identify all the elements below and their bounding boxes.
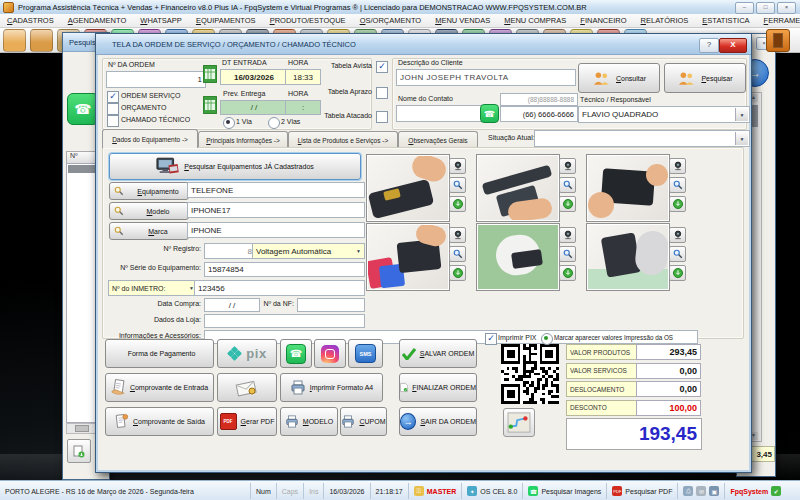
contact-field[interactable] [396, 105, 484, 122]
menu-item-menu-compras[interactable]: MENU COMPRAS [497, 16, 573, 25]
photo-download-button[interactable] [559, 265, 576, 281]
pix-button[interactable]: pix [217, 339, 277, 368]
equipment-field[interactable]: TELEFONE [187, 182, 365, 198]
calendar-icon[interactable] [203, 96, 217, 118]
photo-zoom-button[interactable] [559, 177, 576, 193]
photo-zoom-button[interactable] [669, 177, 686, 193]
search-client-button[interactable]: Pesquisar [664, 63, 746, 93]
photo-zoom-button[interactable] [449, 246, 466, 262]
model-print-button[interactable]: MODELO [280, 407, 338, 436]
payment-method-button[interactable]: Forma de Pagamento [105, 339, 214, 368]
consult-client-button[interactable]: Consultar [578, 63, 660, 93]
calendar-icon[interactable] [203, 65, 217, 87]
phone-field[interactable]: (66) 6666-6666 [500, 106, 578, 122]
budget-checkbox[interactable] [107, 103, 119, 115]
menu-item-relat-rios[interactable]: RELATÓRIOS [634, 16, 696, 25]
photo-download-button[interactable] [669, 265, 686, 281]
table-wholesale-checkbox[interactable] [376, 111, 388, 123]
instagram-button[interactable] [314, 339, 346, 368]
search-images-button[interactable]: ☎ Pesquisar Imagens [523, 483, 607, 499]
print-pix-checkbox[interactable] [485, 333, 497, 345]
brand-button[interactable]: Marca [109, 222, 189, 240]
tab-products-services[interactable]: Lista de Produtos e Serviços -> [288, 131, 398, 148]
menu-item-menu-vendas[interactable]: MENU VENDAS [428, 16, 497, 25]
photo-download-button[interactable] [449, 265, 466, 281]
exit-door-icon[interactable] [766, 29, 790, 52]
mail-icon[interactable]: ✉ [696, 486, 706, 496]
photo-camera-button[interactable] [449, 158, 466, 174]
show-values-radio[interactable] [541, 333, 553, 345]
client-name-field[interactable]: JOHN JOSEPH TRAVOLTA [396, 69, 576, 86]
brand-field[interactable]: IPHONE [187, 222, 365, 238]
photo-camera-button[interactable] [559, 227, 576, 243]
model-field[interactable]: IPHONE17 [187, 202, 365, 218]
order-service-checkbox[interactable] [107, 91, 119, 103]
save-order-button[interactable]: SALVAR ORDEM [399, 339, 477, 368]
table-term-checkbox[interactable] [376, 87, 388, 99]
map-button[interactable] [503, 408, 535, 437]
menu-item-estatistica[interactable]: ESTATISTICA [695, 16, 756, 25]
finalize-order-button[interactable]: FINALIZAR ORDEM [399, 373, 477, 402]
delivery-date-field[interactable]: / / [220, 100, 288, 115]
menu-item-agendamento[interactable]: AGENDAMENTO [61, 16, 134, 25]
photo-zoom-button[interactable] [449, 177, 466, 193]
envelope-button[interactable] [217, 373, 277, 402]
menu-item-financeiro[interactable]: FINANCEIRO [573, 16, 633, 25]
tab-main-info[interactable]: Principais Informações -> [198, 131, 288, 148]
tab-equipment-data[interactable]: Dados do Equipamento -> [102, 129, 198, 148]
suppliers-icon[interactable] [30, 29, 53, 52]
menu-item-ferramentas[interactable]: FERRAMENTAS [757, 16, 800, 25]
monitor-icon[interactable]: ▣ [709, 486, 719, 496]
technical-call-checkbox[interactable] [107, 115, 119, 127]
sms-button[interactable]: SMS [348, 339, 383, 368]
minimize-button[interactable]: – [735, 2, 754, 14]
photo-camera-button[interactable] [669, 158, 686, 174]
photo-camera-button[interactable] [449, 227, 466, 243]
menu-item-os-or-amento[interactable]: OS/ORÇAMENTO [353, 16, 429, 25]
inmetro-field[interactable]: 123456 [194, 280, 365, 296]
photo-download-button[interactable] [449, 196, 466, 212]
menu-item-whatsapp[interactable]: WHATSAPP [133, 16, 189, 25]
menu-item-produto-estoque[interactable]: PRODUTO/ESTOQUE [263, 16, 353, 25]
voltage-select[interactable]: Voltagem Automática ▼ [252, 243, 365, 259]
photo-download-button[interactable] [669, 196, 686, 212]
menu-item-equipamentos[interactable]: EQUIPAMENTOS [189, 16, 263, 25]
exit-receipt-button[interactable]: Comprovante de Saída [105, 407, 214, 436]
equipment-button[interactable]: Equipamento [109, 182, 189, 200]
clients-icon[interactable] [3, 29, 26, 52]
whatsapp-share-button[interactable]: ☎ [280, 339, 312, 368]
invoice-field[interactable] [297, 298, 365, 312]
whatsapp-button[interactable]: ☎ [480, 104, 499, 123]
photo-zoom-button[interactable] [669, 246, 686, 262]
photo-zoom-button[interactable] [559, 246, 576, 262]
store-field[interactable] [204, 314, 365, 328]
help-button[interactable]: ? [699, 38, 719, 53]
exit-order-button[interactable]: → SAIR DA ORDEM [399, 407, 477, 436]
dialog-close-button[interactable]: X [719, 38, 747, 53]
table-cash-checkbox[interactable] [376, 61, 388, 73]
technician-select[interactable]: FLAVIO QUADRADO ▼ [578, 106, 750, 123]
order-number-field[interactable]: 1 [106, 71, 206, 88]
coupon-button[interactable]: CUPOM [340, 407, 387, 436]
entry-time-field[interactable]: 18:33 [285, 69, 321, 85]
one-copy-radio[interactable] [223, 117, 235, 129]
inmetro-select[interactable]: Nº do INMETRO: ▼ [108, 280, 198, 296]
model-button[interactable]: Modelo [109, 202, 189, 220]
export-button[interactable] [67, 439, 91, 463]
search-registered-equipment-button[interactable]: Pesquisar Equipamentos JÁ Cadastrados [109, 153, 361, 180]
photo-camera-button[interactable] [669, 227, 686, 243]
two-copies-radio[interactable] [268, 117, 280, 129]
maximize-button[interactable]: □ [756, 2, 775, 14]
entry-receipt-button[interactable]: Comprovante de Entrada [105, 373, 214, 402]
close-button[interactable]: × [777, 2, 796, 14]
generate-pdf-button[interactable]: PDF Gerar PDF [217, 407, 277, 436]
print-a4-button[interactable]: Imprimir Formato A4 [280, 373, 383, 402]
current-status-select[interactable]: ▼ [534, 130, 750, 147]
search-pdf-button[interactable]: PDF Pesquisar PDF [607, 483, 678, 499]
menu-item-cadastros[interactable]: CADASTROS [0, 16, 61, 25]
photo-camera-button[interactable] [559, 158, 576, 174]
purchase-date-field[interactable]: / / [204, 298, 260, 312]
tab-general-notes[interactable]: Observações Gerais [398, 131, 478, 148]
serial-field[interactable]: 15874854 [204, 262, 365, 277]
photo-download-button[interactable] [559, 196, 576, 212]
